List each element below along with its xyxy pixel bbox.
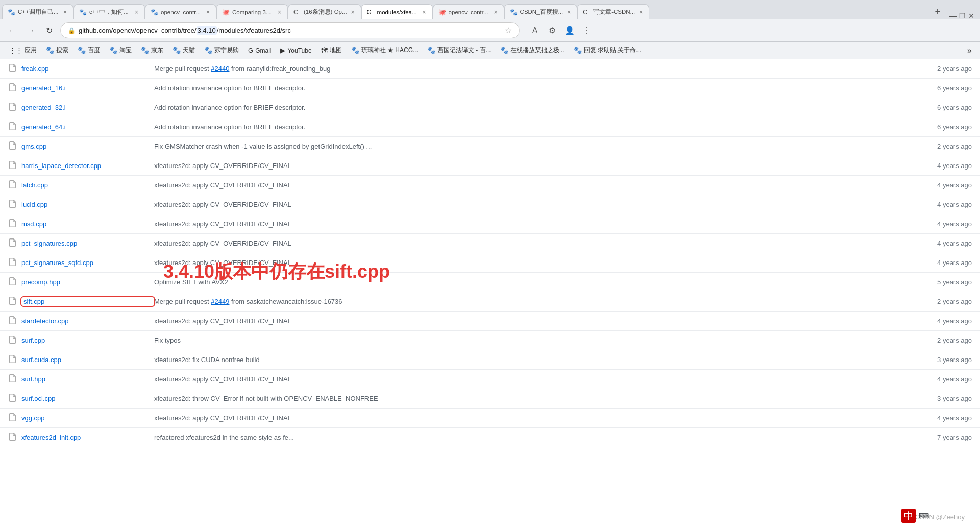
tab-favicon: 🐾 bbox=[151, 9, 158, 16]
commit-link[interactable]: #2449 bbox=[211, 298, 229, 305]
file-name[interactable]: generated_32.i bbox=[21, 104, 154, 111]
commit-link[interactable]: #2440 bbox=[211, 65, 229, 73]
tab-tab8[interactable]: 🐾 CSDN_百度搜... × bbox=[504, 4, 578, 19]
forward-button[interactable]: → bbox=[23, 23, 38, 38]
file-name[interactable]: freak.cpp bbox=[21, 65, 154, 73]
tab-close-button[interactable]: × bbox=[134, 8, 139, 17]
back-button[interactable]: ← bbox=[5, 23, 19, 38]
bookmark-item[interactable]: 🐾回复:求助贴,关于命... bbox=[570, 44, 646, 56]
more-bookmarks-button[interactable]: » bbox=[964, 44, 975, 57]
window-controls: — ❐ ✕ bbox=[944, 12, 980, 19]
tab-bar: 🐾 C++调用自己... × 🐾 c++中，如何... × 🐾 opencv_c… bbox=[0, 0, 980, 19]
commit-message: xfeatures2d: apply CV_OVERRIDE/CV_FINAL bbox=[154, 259, 911, 267]
file-icon bbox=[8, 161, 16, 171]
table-row: latch.cpp xfeatures2d: apply CV_OVERRIDE… bbox=[0, 176, 980, 195]
tab-tab3[interactable]: 🐾 opencv_contr... × bbox=[145, 4, 216, 19]
file-name[interactable]: xfeatures2d_init.cpp bbox=[21, 434, 154, 441]
tab-favicon: 🐾 bbox=[8, 9, 15, 16]
tab-close-button[interactable]: × bbox=[422, 8, 427, 17]
bookmark-item[interactable]: ⋮⋮应用 bbox=[5, 44, 41, 56]
file-age: 7 years ago bbox=[911, 434, 972, 441]
maximize-button[interactable]: ❐ bbox=[959, 12, 966, 19]
file-name[interactable]: surf.ocl.cpp bbox=[21, 395, 154, 402]
file-name[interactable]: surf.cuda.cpp bbox=[21, 356, 154, 364]
file-table: freak.cpp Merge pull request #2440 from … bbox=[0, 59, 980, 447]
file-icon bbox=[8, 277, 16, 287]
tab-tab7[interactable]: 🐙 opencv_contr... × bbox=[433, 4, 504, 19]
commit-message-text: xfeatures2d: apply CV_OVERRIDE/CV_FINAL bbox=[154, 414, 291, 422]
tab-close-button[interactable]: × bbox=[205, 8, 211, 17]
file-name[interactable]: sift.cpp bbox=[21, 297, 154, 306]
commit-message: xfeatures2d: apply CV_OVERRIDE/CV_FINAL bbox=[154, 220, 911, 228]
star-icon[interactable]: ☆ bbox=[505, 26, 512, 35]
bookmark-item[interactable]: 🐾西国记法译文 - 百... bbox=[423, 44, 495, 56]
file-name[interactable]: pct_signatures.cpp bbox=[21, 240, 154, 247]
bookmark-favicon: G bbox=[248, 46, 253, 54]
close-button[interactable]: ✕ bbox=[968, 12, 975, 19]
file-age: 4 years ago bbox=[911, 414, 972, 422]
file-name[interactable]: vgg.cpp bbox=[21, 414, 154, 422]
translate-icon[interactable]: A bbox=[528, 23, 542, 38]
file-age: 4 years ago bbox=[911, 317, 972, 325]
profile-icon[interactable]: 👤 bbox=[562, 23, 577, 38]
file-name[interactable]: latch.cpp bbox=[21, 181, 154, 189]
commit-message-text: xfeatures2d: apply CV_OVERRIDE/CV_FINAL bbox=[154, 259, 291, 267]
file-name[interactable]: surf.cpp bbox=[21, 337, 154, 344]
file-name[interactable]: generated_64.i bbox=[21, 123, 154, 131]
file-icon bbox=[8, 355, 16, 365]
tab-close-button[interactable]: × bbox=[493, 8, 499, 17]
bookmark-item[interactable]: 🐾搜索 bbox=[42, 44, 72, 56]
tab-tab2[interactable]: 🐾 c++中，如何... × bbox=[74, 4, 145, 19]
tab-close-button[interactable]: × bbox=[277, 8, 282, 17]
bookmark-favicon: 🐾 bbox=[500, 46, 508, 54]
file-name[interactable]: msd.cpp bbox=[21, 220, 154, 228]
commit-message-text: Fix GMSMatcher crash when -1 value is as… bbox=[154, 142, 372, 150]
bookmark-item[interactable]: 🐾在线播放某拙之极... bbox=[496, 44, 569, 56]
tab-close-button[interactable]: × bbox=[638, 8, 644, 17]
bookmark-item[interactable]: ▶YouTube bbox=[276, 45, 315, 56]
new-tab-button[interactable]: + bbox=[930, 5, 944, 19]
input-method-icon[interactable]: 中 bbox=[901, 509, 916, 523]
extensions-icon[interactable]: ⚙ bbox=[545, 23, 559, 38]
minimize-button[interactable]: — bbox=[949, 12, 957, 19]
tab-close-button[interactable]: × bbox=[566, 8, 572, 17]
tab-close-button[interactable]: × bbox=[350, 8, 356, 17]
bookmark-item[interactable]: GGmail bbox=[244, 45, 275, 56]
bookmark-item[interactable]: 🐾百度 bbox=[74, 44, 104, 56]
file-name[interactable]: harris_lapace_detector.cpp bbox=[21, 162, 154, 170]
toolbar-icons: A ⚙ 👤 ⋮ bbox=[528, 23, 594, 38]
file-name[interactable]: gms.cpp bbox=[21, 142, 154, 150]
table-row: freak.cpp Merge pull request #2440 from … bbox=[0, 59, 980, 79]
refresh-button[interactable]: ↻ bbox=[42, 23, 56, 38]
file-icon bbox=[8, 238, 16, 248]
file-name[interactable]: stardetector.cpp bbox=[21, 317, 154, 325]
tab-tab5[interactable]: C (16条消息) Op... × bbox=[288, 4, 361, 19]
tab-favicon: 🐙 bbox=[438, 9, 446, 16]
table-row: surf.cuda.cpp xfeatures2d: fix CUDA nonf… bbox=[0, 350, 980, 370]
bookmark-item[interactable]: 🐾琉璃神社 ★ HACG... bbox=[347, 44, 422, 56]
tab-tab9[interactable]: C 写文章-CSDN... × bbox=[577, 4, 649, 19]
address-highlight: 3.4.10 bbox=[197, 26, 217, 35]
commit-message: xfeatures2d: apply CV_OVERRIDE/CV_FINAL bbox=[154, 240, 911, 247]
bookmark-favicon: 🐾 bbox=[109, 46, 117, 54]
file-name[interactable]: generated_16.i bbox=[21, 84, 154, 92]
bookmark-item[interactable]: 🐾天猫 bbox=[168, 44, 199, 56]
bookmark-item[interactable]: 🐾淘宝 bbox=[105, 44, 136, 56]
tab-close-button[interactable]: × bbox=[62, 8, 68, 17]
bookmark-item[interactable]: 🐾京东 bbox=[137, 44, 167, 56]
address-bar[interactable]: 🔒 github.com/opencv/opencv_contrib/tree/… bbox=[60, 22, 520, 38]
menu-icon[interactable]: ⋮ bbox=[580, 23, 594, 38]
file-icon bbox=[8, 297, 16, 306]
tab-tab4[interactable]: 🐙 Comparing 3... × bbox=[216, 4, 288, 19]
bookmark-item[interactable]: 🗺地图 bbox=[317, 44, 346, 56]
tab-tab1[interactable]: 🐾 C++调用自己... × bbox=[2, 4, 74, 19]
file-name[interactable]: pct_signatures_sqfd.cpp bbox=[21, 259, 154, 267]
table-row: harris_lapace_detector.cpp xfeatures2d: … bbox=[0, 156, 980, 176]
file-name[interactable]: lucid.cpp bbox=[21, 201, 154, 208]
file-name[interactable]: surf.hpp bbox=[21, 375, 154, 383]
commit-message: Fix typos bbox=[154, 337, 911, 344]
tab-tab6[interactable]: G modules/xfea... × bbox=[361, 4, 433, 19]
bookmark-item[interactable]: 🐾苏宁易购 bbox=[200, 44, 243, 56]
browser-chrome: 🐾 C++调用自己... × 🐾 c++中，如何... × 🐾 opencv_c… bbox=[0, 0, 980, 59]
file-name[interactable]: precomp.hpp bbox=[21, 278, 154, 286]
